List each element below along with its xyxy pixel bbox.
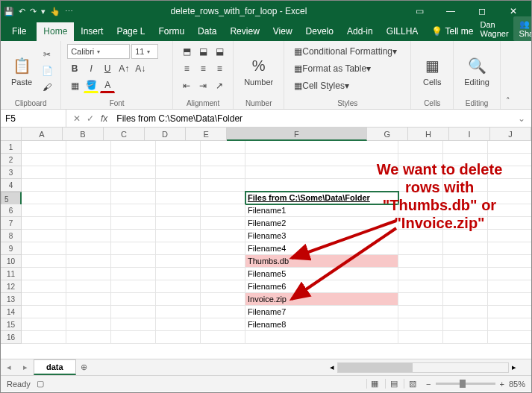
cell-A11[interactable] (22, 268, 66, 280)
cell-B14[interactable] (66, 306, 111, 318)
cell-C6[interactable] (111, 204, 156, 217)
tab-formulas[interactable]: Formu (151, 22, 191, 41)
col-header-A[interactable]: A (22, 128, 63, 141)
align-top-button[interactable]: ⬒ (179, 44, 194, 59)
copy-button[interactable]: 📄 (40, 63, 54, 78)
cell-A14[interactable] (22, 306, 66, 318)
cell-B9[interactable] (66, 242, 111, 255)
number-format-button[interactable]: % Number (240, 54, 278, 88)
cell-B6[interactable] (66, 204, 111, 217)
cell-E4[interactable] (201, 179, 245, 192)
cell-B8[interactable] (66, 230, 111, 242)
row-header-15[interactable]: 15 (1, 318, 22, 331)
cell-A7[interactable] (22, 217, 66, 230)
cell-E2[interactable] (201, 154, 245, 166)
tab-page-layout[interactable]: Page L (110, 22, 151, 41)
page-layout-view-button[interactable]: ▤ (385, 379, 401, 389)
horizontal-scrollbar[interactable] (337, 362, 509, 373)
cell-E9[interactable] (201, 242, 245, 255)
paste-button[interactable]: 📋 Paste (7, 54, 37, 88)
cell-C3[interactable] (111, 166, 156, 179)
cell-F10[interactable]: Thumbs.db (245, 255, 398, 268)
cell-B3[interactable] (66, 166, 111, 179)
cell-E8[interactable] (201, 230, 245, 242)
cell-F4[interactable] (245, 179, 398, 192)
cell-H5[interactable] (443, 192, 488, 204)
cells-button[interactable]: ▦Cells (417, 54, 447, 88)
cell-G2[interactable] (398, 154, 443, 166)
cell-F6[interactable]: Filename1 (245, 204, 398, 217)
cell-I14[interactable] (488, 306, 531, 318)
fx-icon[interactable]: fx (101, 113, 112, 124)
fill-color-button[interactable]: 🪣 (84, 78, 98, 93)
cell-D3[interactable] (156, 166, 201, 179)
align-left-button[interactable]: ≡ (179, 61, 194, 76)
cell-A2[interactable] (22, 154, 66, 166)
cell-F7[interactable]: Filename2 (245, 217, 398, 230)
tab-file[interactable]: File (5, 22, 37, 41)
cell-H3[interactable] (443, 166, 488, 179)
col-header-B[interactable]: B (63, 128, 104, 141)
qa-more-icon[interactable]: ▾ (41, 7, 46, 16)
row-header-1[interactable]: 1 (1, 141, 22, 154)
row-header-2[interactable]: 2 (1, 154, 22, 166)
cell-D15[interactable] (156, 318, 201, 331)
cell-H7[interactable] (443, 217, 488, 230)
cell-F15[interactable]: Filename8 (245, 318, 398, 331)
row-header-9[interactable]: 9 (1, 242, 22, 255)
cell-G15[interactable] (398, 318, 443, 331)
cell-D2[interactable] (156, 154, 201, 166)
cell-C7[interactable] (111, 217, 156, 230)
cell-B4[interactable] (66, 179, 111, 192)
cell-A6[interactable] (22, 204, 66, 217)
sheet-tab-data[interactable]: data (34, 359, 76, 375)
cell-F12[interactable]: Filename6 (245, 280, 398, 293)
tab-developer[interactable]: Develo (299, 22, 340, 41)
row-header-4[interactable]: 4 (1, 179, 22, 192)
cell-H13[interactable] (443, 293, 488, 306)
cell-I6[interactable] (488, 204, 531, 217)
minimize-icon[interactable]: — (436, 1, 466, 22)
page-break-view-button[interactable]: ▧ (404, 379, 420, 389)
cell-I7[interactable] (488, 217, 531, 230)
cell-G8[interactable] (398, 230, 443, 242)
undo-icon[interactable]: ↶ (19, 7, 25, 16)
cell-F11[interactable]: Filename5 (245, 268, 398, 280)
cell-I15[interactable] (488, 318, 531, 331)
cell-A1[interactable] (22, 141, 66, 154)
zoom-out-button[interactable]: − (426, 380, 431, 389)
align-center-button[interactable]: ≡ (195, 61, 210, 76)
col-header-J[interactable]: J (490, 128, 531, 141)
col-header-C[interactable]: C (104, 128, 145, 141)
row-header-12[interactable]: 12 (1, 280, 22, 293)
col-header-H[interactable]: H (408, 128, 449, 141)
cell-F13[interactable]: Invoice.zip (245, 293, 398, 306)
cell-I3[interactable] (488, 166, 531, 179)
cell-D6[interactable] (156, 204, 201, 217)
row-header-8[interactable]: 8 (1, 230, 22, 242)
decrease-indent-button[interactable]: ⇤ (179, 78, 194, 93)
share-button[interactable]: 👥 Share (513, 16, 532, 41)
cell-G12[interactable] (398, 280, 443, 293)
cell-D10[interactable] (156, 255, 201, 268)
cell-G9[interactable] (398, 242, 443, 255)
formula-input[interactable]: Files from C:\Some\Data\Folder (112, 113, 512, 124)
cell-E13[interactable] (201, 293, 245, 306)
cell-B13[interactable] (66, 293, 111, 306)
cell-I5[interactable] (488, 192, 531, 204)
cell-G6[interactable] (398, 204, 443, 217)
cell-C2[interactable] (111, 154, 156, 166)
cell-A8[interactable] (22, 230, 66, 242)
cell-I10[interactable] (488, 255, 531, 268)
tell-me[interactable]: 💡 Tell me (425, 22, 480, 41)
cell-A15[interactable] (22, 318, 66, 331)
col-header-G[interactable]: G (367, 128, 408, 141)
cell-G14[interactable] (398, 306, 443, 318)
cell-E6[interactable] (201, 204, 245, 217)
cell-D4[interactable] (156, 179, 201, 192)
cell-C12[interactable] (111, 280, 156, 293)
cell-A10[interactable] (22, 255, 66, 268)
enter-formula-icon[interactable]: ✓ (84, 113, 96, 124)
sheet-nav-next[interactable]: ▸ (17, 362, 34, 372)
cell-D16[interactable] (156, 331, 201, 344)
